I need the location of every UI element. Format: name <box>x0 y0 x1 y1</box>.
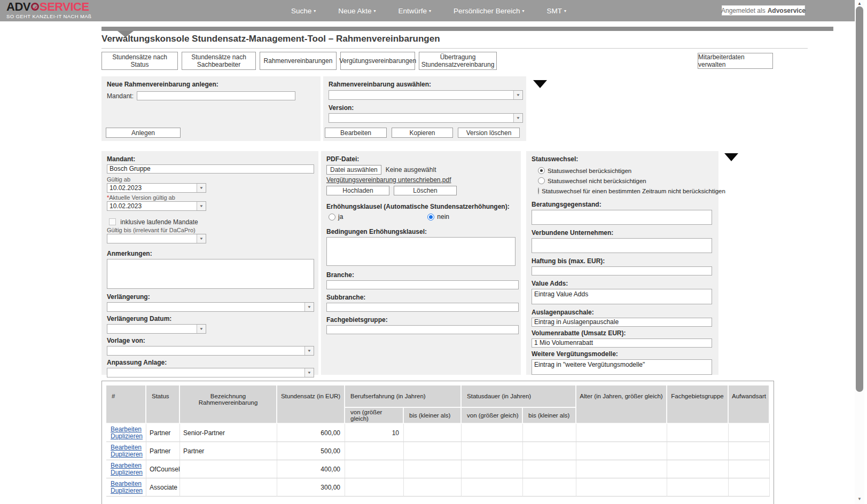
statuswechsel-nicht-beruecksichtigen-radio[interactable] <box>538 177 545 184</box>
haftung-input[interactable] <box>532 266 712 275</box>
vertical-scrollbar[interactable]: ▲ ▼ <box>855 0 864 504</box>
verlaengerung-datum-select[interactable] <box>107 324 206 334</box>
erhoehung-nein-radio[interactable] <box>427 214 434 220</box>
weitere-verguetungsmodelle-textarea[interactable]: Eintrag in "weitere Vergütungsmodelle" <box>532 359 712 375</box>
statuswechsel-zeitraum-label: Statuswechsel für einen bestimmten Zeitr… <box>542 188 725 194</box>
statuswechsel-beruecksichtigen-radio[interactable] <box>538 167 545 174</box>
cell-beruf-bis <box>404 442 462 460</box>
duplizieren-link[interactable]: Duplizieren <box>111 451 143 458</box>
rahmenvereinbarung-select[interactable] <box>329 90 523 100</box>
statuswechsel-zeitraum-radio[interactable] <box>538 187 539 194</box>
verbundene-unternehmen-input[interactable] <box>532 238 712 253</box>
cell-statusdauer-bis <box>523 424 576 442</box>
collapse-toggle-icon[interactable] <box>724 153 738 161</box>
cell-fachgebietsgruppe <box>667 460 729 478</box>
subcol-statusdauer-von: von (größer gleich) <box>462 408 523 424</box>
nav-neue-akte[interactable]: Neue Akte <box>338 7 376 15</box>
logged-in-as-button[interactable]: Angemeldet als Advoservice <box>722 5 805 15</box>
tab-rahmenvereinbarungen[interactable]: Rahmenvereinbarungen <box>260 52 337 70</box>
branche-input[interactable] <box>326 280 519 289</box>
verbundene-unternehmen-label: Verbundene Unternehmen: <box>532 229 713 237</box>
datei-auswaehlen-button[interactable]: Datei auswählen <box>326 165 381 175</box>
anlegen-button[interactable]: Anlegen <box>106 128 181 138</box>
tab-stundensaetze-nach-status[interactable]: Stundensätze nach Status <box>101 52 178 70</box>
anmerkungen-textarea[interactable] <box>107 259 314 289</box>
cell-bezeichnung: Senior-Partner <box>180 424 277 442</box>
aktuelle-version-label: *Aktuelle Version gültig ab <box>107 194 313 201</box>
value-adds-textarea[interactable]: Eintrag Value Adds <box>532 289 712 304</box>
tab-uebertragung-stundensatzvereinbarung[interactable]: Übertragung Stundensatzvereinbarung <box>419 52 497 70</box>
bearbeiten-button[interactable]: Bearbeiten <box>325 128 387 138</box>
cell-stundensatz: 300,00 <box>277 478 345 497</box>
subbranche-input[interactable] <box>326 303 519 312</box>
duplizieren-link[interactable]: Duplizieren <box>111 469 143 476</box>
cell-bezeichnung <box>180 478 277 497</box>
mandant-input[interactable]: Bosch Gruppe <box>107 164 314 174</box>
cell-bezeichnung: Partner <box>180 442 277 460</box>
erhoehung-ja-label: ja <box>338 213 343 220</box>
anpassung-anlage-label: Anpassung Anlage: <box>107 359 313 366</box>
cell-status: Associate <box>146 478 180 497</box>
duplizieren-link[interactable]: Duplizieren <box>111 433 143 440</box>
version-select[interactable] <box>329 113 523 123</box>
bearbeiten-link[interactable]: Bearbeiten <box>111 481 143 487</box>
verlaengerung-datum-label: Verlängerung Datum: <box>107 315 313 322</box>
chevron-down-icon <box>197 184 206 192</box>
aktuelle-version-select[interactable]: 10.02.2023 <box>107 201 206 211</box>
col-header-status: Status <box>146 385 180 424</box>
pdf-datei-link[interactable]: Vergütungsvereinbarung unterschrieben.pd… <box>326 176 451 184</box>
mitarbeiterdaten-verwalten-button[interactable]: Mitarbeiterdaten verwalten <box>698 53 773 69</box>
gueltig-bis-select[interactable] <box>107 234 206 243</box>
tab-stundensaetze-nach-sachbearbeiter[interactable]: Stundensätze nach Sachbearbeiter <box>182 52 256 70</box>
create-mandant-label: Mandant: <box>107 92 134 100</box>
hochladen-button[interactable]: Hochladen <box>326 186 389 195</box>
cell-statusdauer-bis <box>523 460 576 478</box>
gueltig-ab-select[interactable]: 10.02.2023 <box>107 183 206 193</box>
keine-ausgewaehlt-text: Keine ausgewählt <box>386 166 436 174</box>
anpassung-anlage-select[interactable] <box>107 368 314 377</box>
cell-alter <box>576 460 667 478</box>
scroll-up-icon[interactable]: ▲ <box>855 1 864 6</box>
inklusive-laufende-mandate-checkbox[interactable] <box>109 218 116 225</box>
tab-verguetungsvereinbarungen[interactable]: Vergütungsvereinbarungen <box>340 52 415 70</box>
cell-statusdauer-von <box>462 442 523 460</box>
chevron-down-icon <box>304 368 314 377</box>
gueltig-bis-label: Gültig bis (irrelevant für DaCaPro) <box>107 227 313 233</box>
auslagenpauschale-input[interactable]: Eintrag in Auslagenpauschale <box>532 318 712 327</box>
subbranche-label: Subbranche: <box>326 294 515 301</box>
scroll-down-icon[interactable]: ▼ <box>855 497 864 501</box>
cell-fachgebietsgruppe <box>667 442 729 460</box>
erhoehung-ja-radio[interactable] <box>329 214 335 220</box>
chevron-down-icon <box>314 9 316 13</box>
beratungsgegenstand-input[interactable] <box>532 210 712 225</box>
chevron-down-icon <box>197 325 206 333</box>
kopieren-button[interactable]: Kopieren <box>392 128 453 138</box>
cell-statusdauer-bis <box>523 478 576 497</box>
version-loeschen-button[interactable]: Version löschen <box>458 128 520 138</box>
nav-smt[interactable]: SMT <box>546 7 566 15</box>
bearbeiten-link[interactable]: Bearbeiten <box>111 462 143 469</box>
volumenrabatte-input[interactable]: 1 Mio Volumenrabatt <box>532 338 712 348</box>
cell-alter <box>576 478 667 497</box>
bedingungen-textarea[interactable] <box>326 237 515 266</box>
collapse-toggle-icon[interactable] <box>533 80 547 88</box>
duplizieren-link[interactable]: Duplizieren <box>111 487 143 494</box>
select-panel-heading: Rahmenvereinbarung auswählen: <box>329 81 521 88</box>
bearbeiten-link[interactable]: Bearbeiten <box>111 426 143 433</box>
loeschen-button[interactable]: Löschen <box>394 186 457 195</box>
cell-fachgebietsgruppe <box>667 424 729 442</box>
mandant-label: Mandant: <box>107 155 313 163</box>
vorlage-von-select[interactable] <box>107 346 314 356</box>
nav-suche[interactable]: Suche <box>291 7 316 15</box>
nav-entwuerfe[interactable]: Entwürfe <box>399 7 431 15</box>
scrollbar-thumb[interactable] <box>856 6 863 392</box>
cell-stundensatz: 400,00 <box>277 460 345 478</box>
cell-alter <box>576 424 667 442</box>
bearbeiten-link[interactable]: Bearbeiten <box>111 444 143 451</box>
create-mandant-input[interactable] <box>137 91 295 100</box>
haftung-label: Haftung bis (max. EUR): <box>532 257 713 265</box>
nav-persoenlicher-bereich[interactable]: Persönlicher Bereich <box>454 7 525 15</box>
fachgebietsgruppe-input[interactable] <box>326 325 519 334</box>
verlaengerung-select[interactable] <box>107 302 314 312</box>
cell-statusdauer-von <box>462 460 523 478</box>
